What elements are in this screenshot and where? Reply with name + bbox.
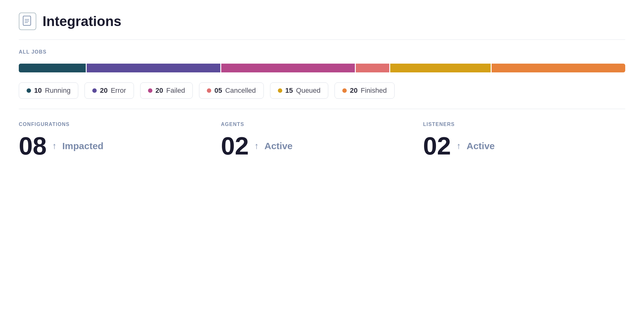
badge-label-error: Error <box>111 86 126 95</box>
metric-arrow-configurations: ↑ <box>52 141 57 151</box>
metric-value-row-configurations: 08↑Impacted <box>19 134 202 159</box>
metrics-row: CONFIGURATIONS08↑ImpactedAGENTS02↑Active… <box>19 122 625 159</box>
status-badges-container: 10Running20Error20Failed05Cancelled15Que… <box>19 82 625 99</box>
metric-arrow-listeners: ↑ <box>457 141 461 151</box>
metric-value-row-agents: 02↑Active <box>221 134 404 159</box>
dot-failed <box>148 88 152 93</box>
dot-finished <box>342 88 347 93</box>
section-divider <box>19 109 625 109</box>
badge-count-running: 10 <box>34 86 42 95</box>
metric-section-listeners: LISTENERS02↑Active <box>423 122 625 159</box>
all-jobs-label: ALL JOBS <box>19 49 625 55</box>
badge-label-cancelled: Cancelled <box>225 86 256 95</box>
badge-count-failed: 20 <box>156 86 163 95</box>
status-badge-running[interactable]: 10Running <box>19 82 78 99</box>
metric-label-configurations: CONFIGURATIONS <box>19 122 202 127</box>
status-badge-error[interactable]: 20Error <box>84 82 134 99</box>
metric-label-listeners: LISTENERS <box>423 122 606 127</box>
metric-text-configurations: Impacted <box>62 141 104 151</box>
progress-segment-error <box>87 64 220 72</box>
metric-section-agents: AGENTS02↑Active <box>221 122 423 159</box>
badge-label-finished: Finished <box>361 86 387 95</box>
metric-arrow-agents: ↑ <box>254 141 259 151</box>
status-badge-queued[interactable]: 15Queued <box>270 82 329 99</box>
progress-segment-queued <box>390 64 491 72</box>
metric-number-listeners: 02 <box>423 134 451 159</box>
metric-section-configurations: CONFIGURATIONS08↑Impacted <box>19 122 221 159</box>
page-header: Integrations <box>19 13 625 30</box>
header-divider <box>19 39 625 40</box>
page-title: Integrations <box>43 13 121 29</box>
progress-segment-cancelled <box>356 64 389 72</box>
dot-running <box>27 88 31 93</box>
badge-label-running: Running <box>45 86 70 95</box>
metric-number-agents: 02 <box>221 134 249 159</box>
badge-count-error: 20 <box>100 86 107 95</box>
badge-label-failed: Failed <box>166 86 185 95</box>
badge-count-cancelled: 05 <box>214 86 222 95</box>
dot-cancelled <box>207 88 211 93</box>
page-icon <box>19 13 36 30</box>
jobs-progress-bar <box>19 64 625 72</box>
status-badge-cancelled[interactable]: 05Cancelled <box>199 82 263 99</box>
progress-segment-running <box>19 64 86 72</box>
metric-text-listeners: Active <box>467 141 495 151</box>
badge-label-queued: Queued <box>296 86 320 95</box>
progress-segment-failed <box>221 64 355 72</box>
dot-error <box>92 88 97 93</box>
page-container: Integrations ALL JOBS 10Running20Error20… <box>0 0 644 171</box>
dot-queued <box>278 88 282 93</box>
metric-text-agents: Active <box>264 141 293 151</box>
status-badge-finished[interactable]: 20Finished <box>335 82 395 99</box>
status-badge-failed[interactable]: 20Failed <box>140 82 193 99</box>
progress-segment-finished <box>492 64 625 72</box>
badge-count-finished: 20 <box>350 86 357 95</box>
badge-count-queued: 15 <box>285 86 293 95</box>
all-jobs-section: ALL JOBS 10Running20Error20Failed05Cance… <box>19 49 625 99</box>
metric-label-agents: AGENTS <box>221 122 404 127</box>
metric-number-configurations: 08 <box>19 134 47 159</box>
metric-value-row-listeners: 02↑Active <box>423 134 606 159</box>
